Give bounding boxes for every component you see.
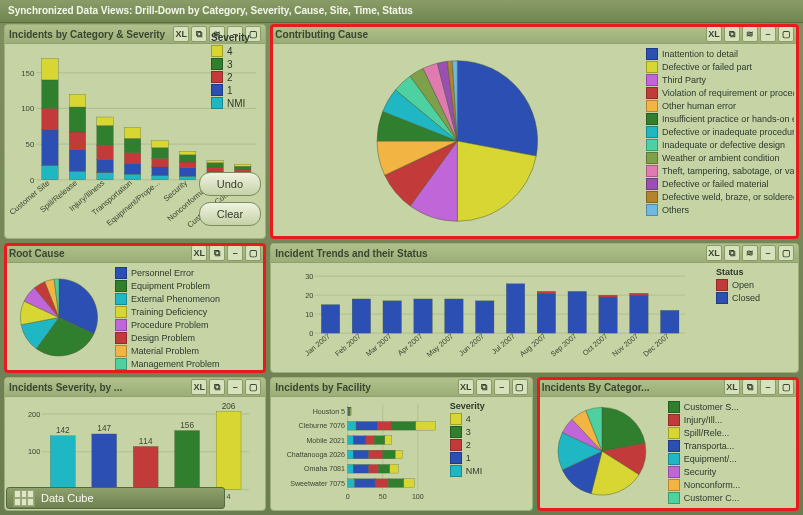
maximize-icon[interactable]: ▢ (245, 245, 261, 261)
legend-item[interactable]: Violation of requirement or procedu... (646, 87, 794, 99)
legend-item[interactable]: Inattention to detail (646, 48, 794, 60)
svg-rect-131 (351, 407, 352, 416)
clear-button[interactable]: Clear (199, 202, 261, 226)
legend-item[interactable]: Management Problem (115, 358, 235, 370)
legend-item[interactable]: Closed (716, 292, 794, 304)
legend-item[interactable]: NMI (211, 97, 261, 109)
legend-item[interactable]: Third Party (646, 74, 794, 86)
minimize-icon[interactable]: – (227, 379, 243, 395)
xl-button[interactable]: XL (706, 26, 722, 42)
legend-item[interactable]: Defective or inadequate procedure (646, 126, 794, 138)
legend-item[interactable]: Open (716, 279, 794, 291)
minimize-icon[interactable]: – (494, 379, 510, 395)
minimize-icon[interactable]: – (760, 26, 776, 42)
legend-item[interactable]: Equipment/... (668, 453, 746, 465)
minimize-icon[interactable]: – (760, 379, 776, 395)
maximize-icon[interactable]: ▢ (778, 245, 794, 261)
tool-icon[interactable]: ≋ (742, 245, 758, 261)
copy-icon[interactable]: ⧉ (209, 379, 225, 395)
legend-by-cat: Customer S...Injury/Ill...Spill/Rele...T… (666, 397, 750, 510)
svg-text:147: 147 (97, 424, 111, 433)
legend-item[interactable]: Others (646, 204, 794, 216)
svg-text:206: 206 (222, 402, 236, 411)
legend-item[interactable]: Customer C... (668, 492, 746, 504)
legend-item[interactable]: Equipment Problem (115, 280, 235, 292)
chart-facility[interactable]: 050100Houston 5Cleburne 7076Mobile 2021C… (275, 401, 443, 506)
copy-icon[interactable]: ⧉ (476, 379, 492, 395)
legend-item[interactable]: Customer S... (668, 401, 746, 413)
xl-button[interactable]: XL (191, 245, 207, 261)
minimize-icon[interactable]: – (227, 245, 243, 261)
legend-item[interactable]: Personnel Error (115, 267, 235, 279)
copy-icon[interactable]: ⧉ (209, 245, 225, 261)
xl-button[interactable]: XL (458, 379, 474, 395)
svg-text:Chattanooga 2026: Chattanooga 2026 (287, 451, 345, 459)
legend-item[interactable]: Procedure Problem (115, 319, 235, 331)
data-cube-button[interactable]: Data Cube (6, 487, 225, 509)
legend-item[interactable]: External Phenomenon (115, 293, 235, 305)
legend-root: Personnel ErrorEquipment ProblemExternal… (113, 263, 239, 372)
xl-button[interactable]: XL (173, 26, 189, 42)
legend-item[interactable]: 1 (211, 84, 261, 96)
copy-icon[interactable]: ⧉ (724, 245, 740, 261)
legend-item[interactable]: Defective weld, braze, or soldered ... (646, 191, 794, 203)
svg-text:Aug 2007: Aug 2007 (518, 331, 548, 358)
maximize-icon[interactable]: ▢ (245, 379, 261, 395)
svg-rect-53 (234, 166, 251, 170)
panel-facility: Incidents by Facility XL ⧉ – ▢ 050100Hou… (270, 377, 532, 511)
legend-item[interactable]: Defective or failed part (646, 61, 794, 73)
legend-item[interactable]: Material Problem (115, 345, 235, 357)
tool-icon[interactable]: ≋ (742, 26, 758, 42)
chart-by-cat[interactable] (542, 401, 662, 506)
legend-item[interactable]: Inadequate or defective design (646, 139, 794, 151)
copy-icon[interactable]: ⧉ (742, 379, 758, 395)
svg-rect-142 (375, 436, 386, 445)
svg-rect-34 (152, 158, 169, 167)
svg-rect-9 (42, 130, 59, 166)
chart-root[interactable] (9, 267, 109, 368)
svg-rect-155 (390, 464, 398, 473)
svg-rect-42 (179, 151, 196, 155)
legend-item[interactable]: NMI (450, 465, 528, 477)
legend-item[interactable]: 2 (211, 71, 261, 83)
svg-rect-159 (376, 479, 389, 488)
legend-item[interactable]: Training Deficiency (115, 306, 235, 318)
chart-trend[interactable]: 0102030Jan 2007Feb 2007Mar 2007Apr 2007M… (275, 267, 710, 368)
legend-item[interactable]: Defective or failed material (646, 178, 794, 190)
svg-text:Houston 5: Houston 5 (313, 408, 345, 416)
legend-cat-sev: Severity 4321NMI (211, 32, 261, 110)
chart-contrib-cause[interactable] (275, 48, 640, 234)
legend-item[interactable]: Security (668, 466, 746, 478)
legend-item[interactable]: 3 (211, 58, 261, 70)
copy-icon[interactable]: ⧉ (724, 26, 740, 42)
maximize-icon[interactable]: ▢ (778, 26, 794, 42)
svg-rect-29 (124, 138, 141, 152)
legend-item[interactable]: Weather or ambient condition (646, 152, 794, 164)
panel-title: Contributing Cause (275, 29, 706, 40)
svg-text:114: 114 (139, 437, 153, 446)
legend-item[interactable]: 4 (450, 413, 528, 425)
legend-item[interactable]: Spill/Rele... (668, 427, 746, 439)
legend-item[interactable]: 2 (450, 439, 528, 451)
legend-item[interactable]: Design Problem (115, 332, 235, 344)
xl-button[interactable]: XL (724, 379, 740, 395)
xl-button[interactable]: XL (706, 245, 722, 261)
maximize-icon[interactable]: ▢ (512, 379, 528, 395)
legend-item[interactable]: Transporta... (668, 440, 746, 452)
legend-item[interactable]: 4 (211, 45, 261, 57)
legend-item[interactable]: Other human error (646, 100, 794, 112)
copy-icon[interactable]: ⧉ (191, 26, 207, 42)
legend-item[interactable]: Insufficient practice or hands-on e... (646, 113, 794, 125)
legend-item[interactable]: Nonconform... (668, 479, 746, 491)
undo-button[interactable]: Undo (199, 172, 261, 196)
legend-item[interactable]: 1 (450, 452, 528, 464)
minimize-icon[interactable]: – (760, 245, 776, 261)
svg-rect-48 (207, 161, 224, 163)
legend-item[interactable]: 3 (450, 426, 528, 438)
legend-item[interactable]: Injury/Ill... (668, 414, 746, 426)
svg-text:Sep 2007: Sep 2007 (549, 331, 579, 358)
xl-button[interactable]: XL (191, 379, 207, 395)
svg-rect-27 (124, 163, 141, 174)
legend-item[interactable]: Theft, tampering, sabotage, or van... (646, 165, 794, 177)
maximize-icon[interactable]: ▢ (778, 379, 794, 395)
